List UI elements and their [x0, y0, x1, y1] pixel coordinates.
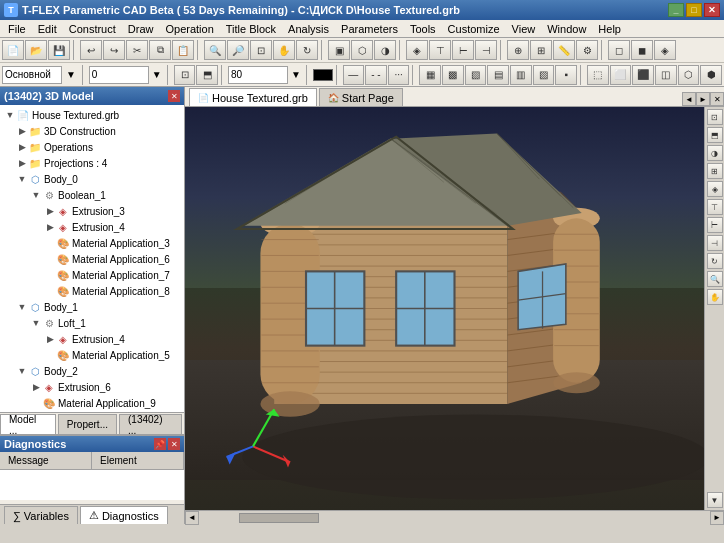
menu-parameters[interactable]: Parameters: [335, 22, 404, 36]
menu-window[interactable]: Window: [541, 22, 592, 36]
tb-grid[interactable]: ⊞: [530, 40, 552, 60]
tb-measure[interactable]: 📏: [553, 40, 575, 60]
maximize-button[interactable]: □: [686, 3, 702, 17]
tb-btn-layer2[interactable]: ⬒: [196, 65, 218, 85]
tb-t2[interactable]: ▩: [442, 65, 464, 85]
rt-view11[interactable]: ✋: [707, 289, 723, 305]
panel-tab-properties[interactable]: Propert...: [58, 414, 117, 434]
tb-3d-2[interactable]: ⬜: [610, 65, 632, 85]
tree-expand-body1[interactable]: ▼: [16, 301, 28, 313]
model-tree[interactable]: ▼ 📄 House Textured.grb ▶ 📁 3D Constructi…: [0, 105, 184, 412]
tree-item-matapp9[interactable]: ▶ 🎨 Material Application_9: [2, 395, 182, 411]
scroll-thumb[interactable]: [239, 513, 319, 523]
tb-ls2[interactable]: - -: [365, 65, 387, 85]
tb-misc1[interactable]: ◻: [608, 40, 630, 60]
doc-tab-close[interactable]: ✕: [710, 92, 724, 106]
tree-item-extrusion3[interactable]: ▶ ◈ Extrusion_3: [2, 203, 182, 219]
diag-col-message[interactable]: Message: [0, 452, 92, 469]
tree-item-operations[interactable]: ▶ 📁 Operations: [2, 139, 182, 155]
tree-expand-3d[interactable]: ▶: [16, 125, 28, 137]
tb-snap[interactable]: ⊕: [507, 40, 529, 60]
tree-item-matapp5[interactable]: ▶ 🎨 Material Application_5: [2, 347, 182, 363]
tree-item-house[interactable]: ▼ 📄 House Textured.grb: [2, 107, 182, 123]
tb-3d-5[interactable]: ⬡: [678, 65, 700, 85]
panel-close-btn[interactable]: ✕: [168, 90, 180, 102]
tree-expand-ext4[interactable]: ▶: [44, 221, 56, 233]
menu-edit[interactable]: Edit: [32, 22, 63, 36]
tb-wireframe[interactable]: ⬡: [351, 40, 373, 60]
rt-view1[interactable]: ⊡: [707, 109, 723, 125]
tb-misc3[interactable]: ◈: [654, 40, 676, 60]
tb-settings[interactable]: ⚙: [576, 40, 598, 60]
tree-item-extrusion6[interactable]: ▶ ◈ Extrusion_6: [2, 379, 182, 395]
tb-fit[interactable]: ⊡: [250, 40, 272, 60]
tb-t3[interactable]: ▧: [465, 65, 487, 85]
tb-ls3[interactable]: ···: [388, 65, 410, 85]
tb-3d-6[interactable]: ⬢: [700, 65, 722, 85]
menu-draw[interactable]: Draw: [122, 22, 160, 36]
tree-expand-body0[interactable]: ▼: [16, 173, 28, 185]
tree-item-boolean1[interactable]: ▼ ⚙ Boolean_1: [2, 187, 182, 203]
close-button[interactable]: ✕: [704, 3, 720, 17]
tb-t6[interactable]: ▨: [533, 65, 555, 85]
tree-expand-ext6[interactable]: ▶: [30, 381, 42, 393]
tb-misc2[interactable]: ◼: [631, 40, 653, 60]
rt-view5[interactable]: ◈: [707, 181, 723, 197]
tree-item-matapp6[interactable]: ▶ 🎨 Material Application_6: [2, 251, 182, 267]
tb-ls1[interactable]: —: [343, 65, 365, 85]
tree-item-body0[interactable]: ▼ ⬡ Body_0: [2, 171, 182, 187]
minimize-button[interactable]: _: [668, 3, 684, 17]
tb-t7[interactable]: ▪: [555, 65, 577, 85]
tree-item-3dconstruction[interactable]: ▶ 📁 3D Construction: [2, 123, 182, 139]
tb-side[interactable]: ⊣: [475, 40, 497, 60]
doc-tab-house[interactable]: 📄 House Textured.grb: [189, 88, 317, 106]
tb-cut[interactable]: ✂: [126, 40, 148, 60]
rt-view3[interactable]: ◑: [707, 145, 723, 161]
tb-top[interactable]: ⊤: [429, 40, 451, 60]
tree-expand-house[interactable]: ▼: [4, 109, 16, 121]
menu-tools[interactable]: Tools: [404, 22, 442, 36]
scroll-right-arrow[interactable]: ►: [710, 511, 724, 525]
tb-rotate[interactable]: ↻: [296, 40, 318, 60]
tb-t1[interactable]: ▦: [419, 65, 441, 85]
num-combo-80[interactable]: 80: [228, 66, 288, 84]
rt-view10[interactable]: 🔍: [707, 271, 723, 287]
h-scrollbar[interactable]: ◄ ►: [185, 510, 724, 524]
tb-3d-4[interactable]: ◫: [655, 65, 677, 85]
tree-expand-body2[interactable]: ▼: [16, 365, 28, 377]
panel-tab-13402[interactable]: (13402) ...: [119, 414, 182, 434]
tree-item-matapp3[interactable]: ▶ 🎨 Material Application_3: [2, 235, 182, 251]
bottom-tab-variables[interactable]: ∑ Variables: [4, 506, 78, 524]
tb-undo[interactable]: ↩: [80, 40, 102, 60]
tb-zoom-in[interactable]: 🔍: [204, 40, 226, 60]
tree-item-matapp7[interactable]: ▶ 🎨 Material Application_7: [2, 267, 182, 283]
diag-col-element[interactable]: Element: [92, 452, 184, 469]
tree-expand-ops[interactable]: ▶: [16, 141, 28, 153]
tb-zoom-out[interactable]: 🔎: [227, 40, 249, 60]
menu-titleblock[interactable]: Title Block: [220, 22, 282, 36]
rt-view2[interactable]: ⬒: [707, 127, 723, 143]
diag-pin-btn[interactable]: 📌: [154, 438, 166, 450]
tb-open[interactable]: 📂: [25, 40, 47, 60]
menu-operation[interactable]: Operation: [159, 22, 219, 36]
tb-3d-3[interactable]: ⬛: [632, 65, 654, 85]
tb-3d-1[interactable]: ⬚: [587, 65, 609, 85]
panel-tab-model[interactable]: Model ...: [0, 414, 56, 434]
doc-tab-scroll-left[interactable]: ◄: [682, 92, 696, 106]
menu-file[interactable]: File: [2, 22, 32, 36]
scroll-left-arrow[interactable]: ◄: [185, 511, 199, 525]
tb-btn-layer1[interactable]: ⊡: [174, 65, 196, 85]
rt-bottom[interactable]: ▼: [707, 492, 723, 508]
tb-save[interactable]: 💾: [48, 40, 70, 60]
tree-item-loft1[interactable]: ▼ ⚙ Loft_1: [2, 315, 182, 331]
tb-new[interactable]: 📄: [2, 40, 24, 60]
rt-view7[interactable]: ⊢: [707, 217, 723, 233]
num-combo-0[interactable]: 0: [89, 66, 149, 84]
tree-item-extrusion4b[interactable]: ▶ ◈ Extrusion_4: [2, 331, 182, 347]
tree-expand-bool1[interactable]: ▼: [30, 189, 42, 201]
tree-expand-loft1[interactable]: ▼: [30, 317, 42, 329]
tree-item-projections[interactable]: ▶ 📁 Projections : 4: [2, 155, 182, 171]
tb-shade[interactable]: ◑: [374, 40, 396, 60]
tb-t5[interactable]: ▥: [510, 65, 532, 85]
rt-view4[interactable]: ⊞: [707, 163, 723, 179]
